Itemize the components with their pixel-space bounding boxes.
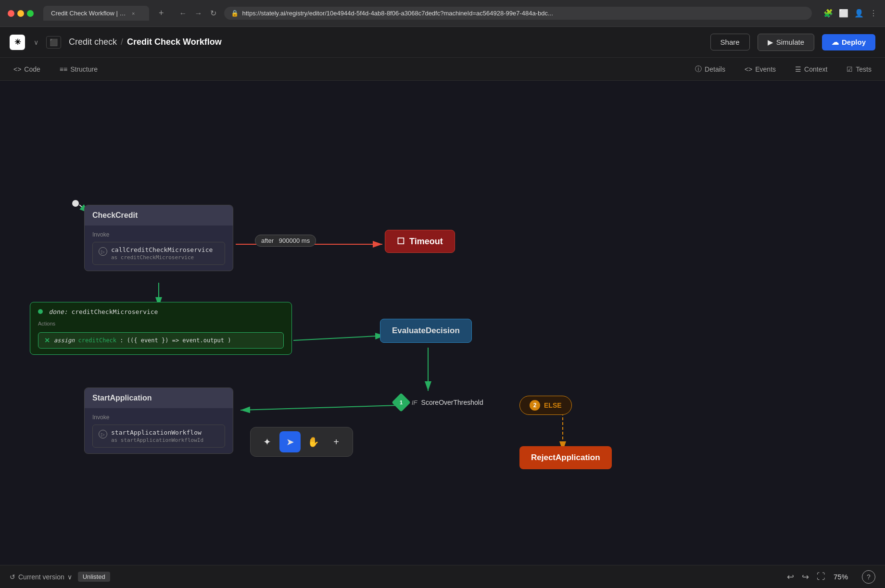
back-button[interactable]: ← (177, 7, 189, 20)
timeout-label: Timeout (409, 237, 443, 247)
invoke-as: as creditCheckMicroservice (111, 254, 213, 261)
timeout-arrow-label: after 900000 ms (255, 235, 316, 247)
share-button[interactable]: Share (710, 34, 750, 50)
invoke-name: callCreditCheckMicroservice (111, 246, 213, 253)
redo-button[interactable]: ↪ (800, 570, 811, 584)
new-tab-button[interactable]: + (159, 8, 164, 18)
check-credit-title: CheckCredit (85, 205, 233, 225)
action-item[interactable]: ✕ assign creditCheck : (({ event }) => e… (38, 332, 284, 349)
split-view-button[interactable]: ⬜ (839, 9, 848, 18)
extensions-button[interactable]: 🧩 (823, 9, 833, 18)
sidebar-toggle-button[interactable]: ⬛ (46, 36, 61, 49)
done-keyword: done: (49, 308, 71, 315)
tests-label: Tests (856, 65, 872, 73)
start-application-body: Invoke ▷ startApplicationWorkflow as sta… (85, 408, 233, 453)
action-keyword: assign (54, 337, 75, 344)
traffic-lights (8, 10, 34, 17)
start-invoke-item[interactable]: ▷ startApplicationWorkflow as startAppli… (92, 425, 225, 448)
sparkle-tool-button[interactable]: ✦ (256, 431, 278, 452)
undo-button[interactable]: ↩ (785, 570, 796, 584)
breadcrumb-separator: / (121, 37, 123, 47)
version-button[interactable]: ↺ Current version ∨ (10, 573, 72, 581)
tab-close-button[interactable]: × (132, 11, 135, 16)
plus-icon: + (333, 437, 339, 448)
bottom-bar: ↺ Current version ∨ Unlisted ↩ ↪ ⛶ 75% ? (0, 565, 885, 588)
details-icon: ⓘ (695, 65, 702, 74)
invoke-item[interactable]: ▷ callCreditCheckMicroservice as creditC… (92, 242, 225, 265)
unlisted-badge: Unlisted (78, 572, 110, 582)
zoom-controls: ↩ ↪ ⛶ 75% (785, 570, 850, 584)
lock-icon: 🔒 (231, 10, 239, 17)
timeout-state[interactable]: ☐ Timeout (385, 230, 455, 253)
active-tab[interactable]: Credit Check Workflow | Cred... × (43, 6, 149, 21)
diamond-icon: 1 (392, 393, 411, 412)
else-node[interactable]: 2 ELSE (519, 396, 572, 415)
address-bar[interactable]: 🔒 https://stately.ai/registry/editor/10e… (224, 7, 812, 20)
version-caret: ∨ (67, 573, 72, 581)
version-label: Current version (18, 573, 64, 581)
events-label: Events (755, 65, 776, 73)
start-invoke-icon: ▷ (99, 430, 107, 438)
done-header: done: creditCheckMicroservice (30, 302, 291, 321)
help-button[interactable]: ? (862, 570, 875, 584)
breadcrumb-root[interactable]: Credit check (69, 37, 117, 47)
deploy-icon: ☁ (832, 38, 839, 47)
deploy-label: Deploy (842, 38, 866, 46)
cursor-icon: ➤ (286, 436, 294, 448)
logo[interactable]: ✳ (10, 35, 25, 50)
toolbar-code[interactable]: <> Code (10, 63, 44, 75)
structure-label: Structure (70, 65, 98, 73)
reload-button[interactable]: ↻ (208, 7, 218, 20)
deploy-button[interactable]: ☁ Deploy (822, 34, 875, 50)
done-actions: ✕ assign creditCheck : (({ event }) => e… (30, 330, 291, 354)
if-keyword: IF (412, 399, 417, 406)
toolbar-events[interactable]: <> Events (741, 63, 780, 75)
profile-button[interactable]: 👤 (854, 9, 864, 18)
start-invoke-as: as startApplicationWorkflowId (111, 437, 203, 443)
evaluate-decision-state[interactable]: EvaluateDecision (380, 319, 472, 343)
add-tool-button[interactable]: + (326, 431, 347, 452)
condition-if-node[interactable]: 1 IF ScoreOverThreshold (394, 396, 483, 409)
code-label: Code (24, 65, 40, 73)
breadcrumb-current[interactable]: Credit Check Workflow (127, 37, 222, 47)
check-credit-state[interactable]: CheckCredit Invoke ▷ callCreditCheckMicr… (84, 205, 233, 271)
simulate-icon: ▶ (768, 38, 773, 47)
tool-palette: ✦ ➤ ✋ + (250, 427, 353, 457)
tests-icon: ☑ (847, 65, 853, 73)
maximize-button[interactable] (27, 10, 34, 17)
fullscreen-button[interactable]: ⛶ (815, 570, 827, 584)
reject-application-state[interactable]: RejectApplication (519, 446, 612, 469)
toolbar-details[interactable]: ⓘ Details (691, 63, 729, 75)
structure-icon: ≡≡ (60, 65, 67, 73)
close-button[interactable] (8, 10, 14, 17)
zoom-level: 75% (831, 573, 850, 581)
start-application-state[interactable]: StartApplication Invoke ▷ startApplicati… (84, 388, 233, 454)
toolbar-structure[interactable]: ≡≡ Structure (56, 63, 101, 75)
timeout-icon: ☐ (397, 236, 405, 247)
else-label: ELSE (544, 401, 562, 409)
context-icon: ☰ (795, 65, 801, 73)
actions-label: Actions (38, 321, 284, 326)
simulate-label: Simulate (776, 38, 804, 46)
initial-state-indicator (72, 200, 79, 207)
done-event-box[interactable]: done: creditCheckMicroservice Actions ✕ … (30, 302, 292, 355)
logo-caret[interactable]: ∨ (34, 38, 38, 46)
action-variable: creditCheck (78, 337, 116, 344)
check-credit-body: Invoke ▷ callCreditCheckMicroservice as … (85, 225, 233, 271)
canvas[interactable]: CheckCredit Invoke ▷ callCreditCheckMicr… (0, 81, 885, 565)
start-application-title: StartApplication (85, 388, 233, 408)
address-text: https://stately.ai/registry/editor/10e49… (242, 10, 805, 17)
cursor-tool-button[interactable]: ➤ (279, 431, 301, 452)
hand-tool-button[interactable]: ✋ (303, 431, 324, 452)
toolbar-tests[interactable]: ☑ Tests (843, 63, 875, 75)
simulate-button[interactable]: ▶ Simulate (758, 34, 814, 51)
minimize-button[interactable] (17, 10, 24, 17)
more-menu-button[interactable]: ⋮ (870, 9, 877, 18)
start-invoke-name: startApplicationWorkflow (111, 429, 203, 436)
browser-chrome: Credit Check Workflow | Cred... × + ← → … (0, 0, 885, 27)
toolbar-context[interactable]: ☰ Context (791, 63, 831, 75)
ms-value: 900000 ms (279, 237, 310, 244)
action-value: : (({ event }) => event.output ) (120, 337, 231, 344)
action-text: assign creditCheck : (({ event }) => eve… (54, 337, 231, 344)
forward-button[interactable]: → (193, 7, 204, 20)
